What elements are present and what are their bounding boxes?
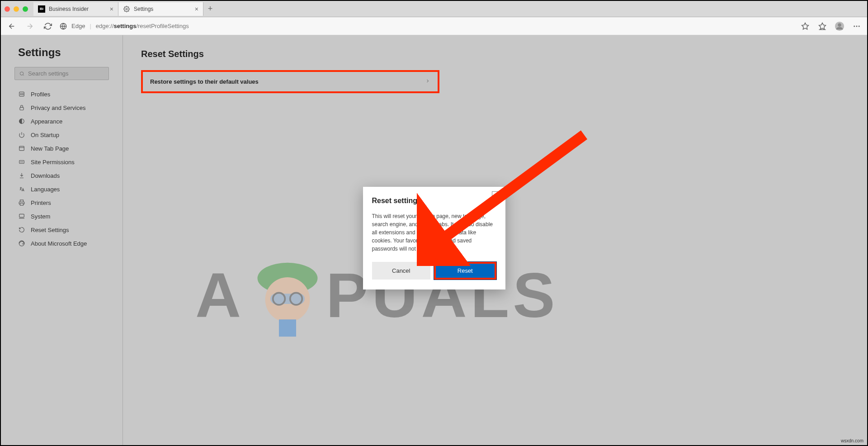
- forward-button[interactable]: [24, 20, 36, 33]
- close-tab-icon[interactable]: ×: [110, 5, 113, 13]
- edge-icon: [60, 23, 67, 30]
- svg-point-6: [838, 23, 841, 26]
- minimize-window-icon[interactable]: [14, 6, 19, 12]
- favorites-bar-icon[interactable]: [816, 20, 828, 32]
- back-button[interactable]: [5, 20, 18, 33]
- gear-icon: [123, 5, 130, 13]
- tab-settings[interactable]: Settings ×: [118, 2, 203, 16]
- favorite-icon[interactable]: [799, 20, 811, 32]
- new-tab-button[interactable]: +: [203, 4, 217, 14]
- svg-point-0: [126, 8, 127, 10]
- profile-avatar-icon[interactable]: [834, 20, 845, 32]
- toolbar-right: [799, 20, 863, 32]
- modal-title: Reset settings: [372, 197, 496, 205]
- modal-actions: Cancel Reset: [372, 262, 496, 280]
- svg-point-8: [856, 25, 858, 27]
- address-url: edge://settings/resetProfileSettings: [96, 23, 189, 29]
- close-window-icon[interactable]: [5, 6, 10, 12]
- reset-button[interactable]: Reset: [434, 262, 496, 280]
- content: Settings Profiles Privacy and Services A…: [1, 35, 867, 445]
- svg-marker-2: [802, 23, 809, 29]
- maximize-window-icon[interactable]: [23, 6, 28, 12]
- close-icon[interactable]: ✕: [492, 191, 501, 200]
- tab-title: Settings: [134, 6, 191, 12]
- svg-point-9: [859, 25, 860, 27]
- bi-favicon-icon: BI: [38, 5, 45, 13]
- modal-backdrop: ✕ Reset settings This will reset your st…: [1, 35, 867, 445]
- toolbar: Edge | edge://settings/resetProfileSetti…: [1, 17, 867, 35]
- modal-description: This will reset your startup page, new t…: [372, 212, 496, 253]
- reset-settings-modal: ✕ Reset settings This will reset your st…: [363, 187, 505, 289]
- address-app: Edge: [71, 23, 85, 29]
- more-menu-icon[interactable]: [851, 20, 863, 32]
- cancel-button[interactable]: Cancel: [372, 262, 431, 280]
- window-controls: [5, 6, 33, 12]
- close-tab-icon[interactable]: ×: [195, 5, 198, 13]
- address-bar[interactable]: Edge | edge://settings/resetProfileSetti…: [60, 23, 794, 30]
- svg-marker-3: [819, 23, 826, 29]
- tab-title: Business Insider: [49, 6, 106, 12]
- address-separator: |: [90, 23, 91, 29]
- credit-text: wsxdn.com: [841, 438, 863, 443]
- refresh-button[interactable]: [42, 20, 54, 33]
- tab-business-insider[interactable]: BI Business Insider ×: [33, 2, 118, 16]
- tab-bar: BI Business Insider × Settings × +: [1, 1, 867, 17]
- svg-point-7: [854, 25, 855, 27]
